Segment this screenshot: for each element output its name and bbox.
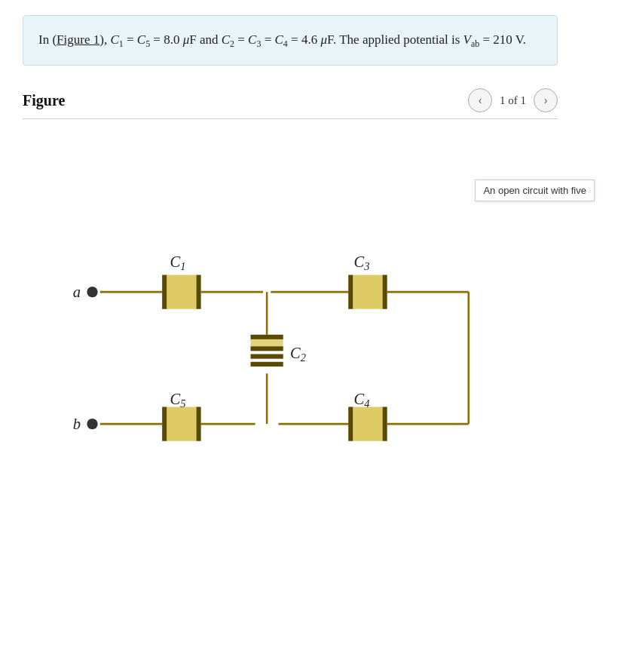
svg-rect-11: [162, 275, 167, 309]
circuit-diagram: An open circuit with five: [26, 134, 554, 496]
problem-box: In (Figure 1), C1 = C5 = 8.0 μF and C2 =…: [23, 15, 558, 66]
svg-rect-14: [162, 407, 167, 441]
svg-point-28: [87, 287, 97, 297]
label-C2: C2: [290, 345, 306, 364]
page-indicator: 1 of 1: [500, 94, 526, 107]
svg-rect-22: [348, 275, 353, 309]
circuit-tooltip: An open circuit with five: [475, 180, 595, 201]
label-a: a: [73, 284, 81, 301]
label-C4: C4: [353, 391, 369, 410]
figure-nav: ‹ 1 of 1 ›: [468, 88, 558, 112]
svg-rect-21: [251, 339, 283, 346]
figure-section: Figure ‹ 1 of 1 › An open circuit with f…: [23, 88, 558, 496]
label-C3: C3: [353, 254, 369, 273]
label-C5: C5: [170, 391, 185, 410]
svg-point-29: [87, 419, 97, 429]
figure-header: Figure ‹ 1 of 1 ›: [23, 88, 558, 119]
svg-rect-20: [251, 362, 283, 367]
svg-rect-26: [383, 407, 387, 441]
label-b: b: [73, 416, 81, 433]
prev-button[interactable]: ‹: [468, 88, 492, 112]
svg-rect-23: [383, 275, 387, 309]
svg-rect-13: [167, 275, 196, 309]
svg-rect-18: [251, 347, 283, 351]
problem-text: In (Figure 1), C1 = C5 = 8.0 μF and C2 =…: [38, 32, 526, 47]
svg-rect-17: [251, 335, 283, 339]
svg-rect-12: [196, 275, 200, 309]
label-C1: C1: [170, 254, 185, 273]
svg-rect-25: [348, 407, 353, 441]
figure-link[interactable]: Figure 1: [57, 32, 99, 47]
figure-title: Figure: [23, 92, 65, 109]
svg-rect-27: [353, 407, 382, 441]
svg-rect-19: [251, 354, 283, 359]
svg-rect-16: [167, 407, 196, 441]
svg-rect-24: [353, 275, 382, 309]
svg-rect-15: [196, 407, 200, 441]
next-button[interactable]: ›: [534, 88, 558, 112]
